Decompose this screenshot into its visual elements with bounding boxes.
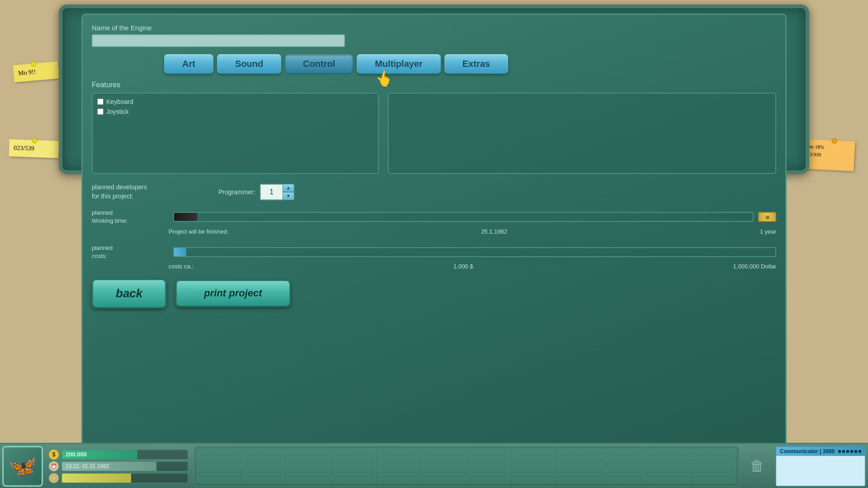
grid-cell-30 — [422, 473, 466, 484]
grid-cell-26 — [242, 473, 286, 484]
grid-cell-5 — [377, 449, 421, 460]
grid-cell-13 — [197, 460, 241, 472]
grid-cell-21 — [557, 460, 601, 472]
feature-joystick: Joystick — [97, 108, 373, 115]
grid-cell-35 — [647, 473, 692, 484]
time-icon: ⏰ — [49, 461, 59, 471]
money-icon: $ — [49, 450, 59, 460]
spinner-buttons: ▲ ▼ — [283, 184, 294, 200]
working-time-bar — [173, 212, 754, 222]
costs-label: plannedcosts: — [92, 244, 169, 260]
communicator-header: Communicator | 3000 — [776, 447, 865, 456]
grid-cell-28 — [332, 473, 376, 484]
grid-cell-17 — [377, 460, 421, 472]
spinner-down-button[interactable]: ▼ — [283, 192, 294, 200]
developers-row: planned developersfor this project: Prog… — [92, 183, 776, 201]
grid-cell-29 — [377, 473, 421, 484]
dot-4 — [850, 450, 853, 453]
costs-fill — [174, 248, 186, 256]
dot-1 — [838, 450, 841, 453]
joystick-label: Joystick — [106, 108, 129, 115]
tab-multiplayer[interactable]: Multiplayer — [357, 54, 441, 74]
dot-5 — [854, 450, 857, 453]
grid-cell-7 — [467, 449, 511, 460]
taskbar-avatar[interactable]: 🦋 — [2, 446, 43, 487]
grid-cell-22 — [602, 460, 646, 472]
features-row: Keyboard Joystick — [92, 93, 776, 174]
grid-cell-2 — [242, 449, 286, 460]
grid-cell-33 — [557, 473, 601, 484]
time-bar-track: 13:23, 01.01.1982 — [61, 461, 188, 471]
sticky-note-2: 023/539 — [9, 139, 59, 158]
grid-cell-18 — [422, 460, 466, 472]
money-bar-fill: 200.000 — [62, 450, 137, 459]
grid-cell-24 — [692, 460, 736, 472]
butterfly-icon: 🦋 — [9, 453, 37, 479]
developers-label: planned developersfor this project: — [92, 183, 182, 201]
working-time-label: plannedWorking time: — [92, 209, 169, 225]
working-time-info: Project will be finished: 25.1.1982 1 ye… — [92, 228, 776, 239]
features-box-left: Keyboard Joystick — [92, 93, 379, 174]
time-value: 13:23, 01.01.1982 — [66, 463, 109, 469]
joystick-checkbox[interactable] — [97, 108, 104, 115]
communicator-dots — [838, 450, 861, 453]
print-project-button[interactable]: print project — [175, 280, 290, 307]
tab-extras[interactable]: Extras — [444, 54, 508, 74]
grid-cell-20 — [512, 460, 557, 472]
engine-name-input[interactable] — [92, 34, 345, 47]
costs-info: costs ca.: 1.000 $ 1,000,000 Dollar — [92, 263, 776, 273]
bottom-buttons: back print project — [92, 279, 776, 308]
keyboard-checkbox[interactable] — [97, 99, 104, 105]
grid-cell-12 — [692, 449, 736, 460]
communicator-body — [776, 456, 865, 486]
grid-cell-1 — [197, 449, 241, 460]
programmer-value-input[interactable] — [260, 184, 283, 200]
grid-cell-3 — [287, 449, 331, 460]
trash-icon[interactable]: 🗑 — [746, 455, 769, 478]
pin — [31, 61, 37, 67]
grid-cell-11 — [647, 449, 692, 460]
finish-label: Project will be finished: — [169, 228, 228, 235]
grid-cell-32 — [512, 473, 557, 484]
grid-cell-27 — [287, 473, 331, 484]
grid-cell-31 — [467, 473, 511, 484]
dot-2 — [842, 450, 845, 453]
communicator-title: Communicator | 3000 — [780, 448, 835, 455]
spinner-up-button[interactable]: ▲ — [283, 184, 294, 192]
costs-value: 1.000 $ — [453, 263, 473, 270]
energy-bar-fill — [62, 474, 131, 483]
money-bar-track: 200.000 — [61, 450, 188, 460]
time-stat: ⏰ 13:23, 01.01.1982 — [49, 461, 188, 471]
pin — [32, 138, 37, 143]
working-time-section: plannedWorking time: ▦ Project will be f… — [92, 209, 776, 238]
grid-cell-10 — [602, 449, 646, 460]
time-bar-fill: 13:23, 01.01.1982 — [62, 462, 156, 471]
energy-icon: ⚡ — [49, 473, 59, 483]
grid-cell-9 — [557, 449, 601, 460]
grid-cell-19 — [467, 460, 511, 472]
working-time-icon: ▦ — [758, 212, 776, 222]
dot-6 — [859, 450, 861, 453]
tabs-row: Art Sound Control Multiplayer Extras — [164, 54, 776, 74]
working-time-row: plannedWorking time: ▦ — [92, 209, 776, 225]
keyboard-label: Keyboard — [106, 98, 133, 105]
grid-cell-15 — [287, 460, 331, 472]
communicator[interactable]: Communicator | 3000 — [775, 446, 866, 487]
grid-cell-8 — [512, 449, 557, 460]
tab-control[interactable]: Control — [285, 54, 353, 74]
programmer-label: Programmer: — [218, 188, 255, 196]
grid-cell-36 — [692, 473, 736, 484]
tab-sound[interactable]: Sound — [217, 54, 281, 74]
costs-section: plannedcosts: costs ca.: 1.000 $ 1,000,0… — [92, 244, 776, 273]
costs-ca-label: costs ca.: — [169, 263, 193, 270]
feature-keyboard: Keyboard — [97, 98, 373, 105]
finish-date: 25.1.1982 — [481, 228, 507, 235]
taskbar: 🦋 $ 200.000 ⏰ 13:23, 01.01.1982 ⚡ — [0, 443, 868, 488]
grid-cell-16 — [332, 460, 376, 472]
grid-cell-14 — [242, 460, 286, 472]
taskbar-center-grid — [194, 446, 739, 487]
tab-art[interactable]: Art — [164, 54, 213, 74]
back-button[interactable]: back — [92, 279, 166, 308]
pin-right — [831, 138, 837, 144]
grid-cell-34 — [602, 473, 646, 484]
